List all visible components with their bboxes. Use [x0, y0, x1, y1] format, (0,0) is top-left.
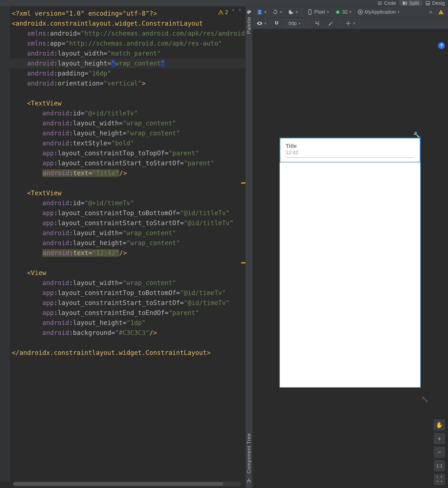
view-options-button[interactable]: ▾	[255, 19, 268, 27]
resize-handle[interactable]: ⤡	[421, 394, 429, 405]
split-icon	[402, 1, 408, 6]
clear-constraints-button[interactable]	[313, 19, 321, 27]
device-label: Pixel	[314, 9, 325, 15]
zoom-in-button[interactable]: +	[434, 433, 445, 444]
layers-icon	[257, 9, 263, 15]
infer-constraints-button[interactable]	[326, 19, 335, 27]
device-selector[interactable]: Pixel▾	[306, 8, 330, 16]
rotate-icon	[272, 9, 278, 15]
tab-design-label: Desig	[432, 0, 445, 6]
tab-code[interactable]: Code	[374, 0, 399, 6]
palette-panel-tab[interactable]: Palette	[245, 6, 253, 488]
tab-design[interactable]: Desig	[422, 0, 448, 6]
margin-value: 0dp	[288, 20, 297, 26]
svg-point-7	[331, 21, 332, 22]
design-surface-button[interactable]: ▾	[255, 8, 268, 16]
moon-icon	[288, 9, 294, 15]
svg-rect-2	[426, 1, 430, 5]
android-icon	[335, 9, 341, 15]
zoom-fit-button[interactable]: ⛶	[434, 474, 445, 485]
design-toolbar-primary: ▾ ▾ ▾ Pixel▾ 32▾	[253, 6, 448, 18]
preview-time: 12:42	[280, 149, 420, 157]
pan-button[interactable]: ✋	[434, 420, 445, 430]
tab-split[interactable]: Split	[399, 0, 422, 6]
device-preview[interactable]: Title 12:42	[280, 138, 420, 387]
svg-rect-11	[250, 482, 251, 483]
editor-gutter	[0, 6, 10, 482]
palette-icon	[247, 9, 251, 15]
clear-constraints-icon	[314, 20, 320, 26]
guidelines-icon	[345, 20, 351, 26]
component-tree-panel-tab[interactable]: Component Tree	[245, 430, 253, 486]
palette-label: Palette	[246, 17, 252, 34]
prev-highlight-button[interactable]: ˄	[232, 9, 235, 16]
editor-horizontal-scrollbar[interactable]	[13, 482, 241, 486]
app-theme-icon	[357, 9, 363, 15]
design-canvas[interactable]: ? 🔧 Title 12:42 ⤡ ✋ + − 1:1 ⛶	[253, 29, 448, 488]
svg-point-6	[360, 11, 361, 13]
warning-icon	[438, 9, 444, 15]
view-mode-tabs: Code Split Desig	[0, 0, 448, 6]
zoom-reset-button[interactable]: 1:1	[434, 460, 445, 471]
help-button[interactable]: ?	[438, 42, 445, 49]
default-margin-field[interactable]: 0dp▾	[285, 19, 304, 27]
svg-point-4	[310, 13, 310, 14]
tab-code-label: Code	[384, 0, 396, 6]
zoom-out-button[interactable]: −	[434, 447, 445, 458]
tab-split-label: Split	[409, 0, 419, 6]
night-mode-button[interactable]: ▾	[287, 8, 299, 16]
image-icon	[425, 1, 430, 6]
list-icon	[377, 1, 382, 6]
eye-icon	[257, 20, 263, 26]
component-tree-label: Component Tree	[246, 433, 252, 473]
svg-point-8	[332, 22, 333, 23]
design-toolbar-secondary: ▾ 0dp▾	[253, 18, 448, 29]
svg-rect-0	[403, 1, 405, 5]
orientation-button[interactable]: ▾	[271, 8, 283, 16]
tree-icon	[247, 478, 251, 483]
svg-rect-9	[248, 479, 249, 480]
toolbar-warning[interactable]	[437, 8, 445, 16]
warning-icon	[218, 9, 224, 15]
toolbar-overflow[interactable]: »	[428, 8, 433, 16]
svg-rect-1	[405, 1, 407, 5]
inspection-warnings[interactable]: 2	[218, 9, 228, 16]
magnet-icon	[274, 20, 280, 26]
theme-label: MyApplication	[365, 9, 396, 15]
svg-rect-10	[247, 482, 248, 483]
guidelines-button[interactable]: ▾	[344, 19, 356, 27]
preview-divider	[286, 157, 415, 158]
code-editor[interactable]: 2 ˄ ˅ <?xml version="1.0" encoding="utf-…	[0, 6, 245, 488]
api-label: 32	[342, 9, 348, 15]
wand-icon	[327, 20, 333, 26]
phone-icon	[307, 9, 313, 15]
theme-selector[interactable]: MyApplication▾	[356, 8, 401, 16]
api-selector[interactable]: 32▾	[334, 8, 353, 16]
preview-title: Title	[280, 138, 420, 149]
magnet-button[interactable]	[272, 19, 281, 27]
warning-count: 2	[225, 9, 228, 16]
next-highlight-button[interactable]: ˅	[238, 9, 241, 16]
